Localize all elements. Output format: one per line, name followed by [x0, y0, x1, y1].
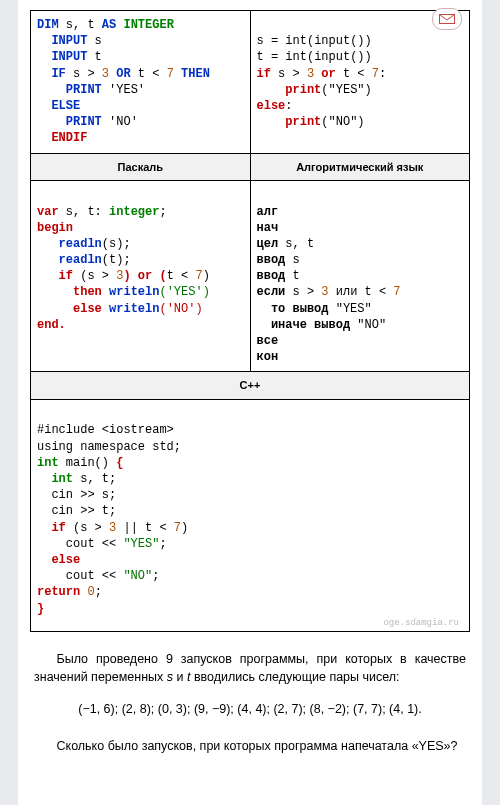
- code-table: DIM s, t AS INTEGER INPUT s INPUT t IF s…: [30, 10, 470, 632]
- code-cell-algo: алг нач цел s, t ввод s ввод t если s > …: [250, 181, 470, 372]
- input-pairs: (−1, 6); (2, 8); (0, 3); (9, −9); (4, 4)…: [34, 700, 466, 719]
- code-cell-pascal: var s, t: integer; begin readln(s); read…: [31, 181, 251, 372]
- problem-text-2: Сколько было запусков, при которых прогр…: [34, 737, 466, 755]
- code-cell-basic: DIM s, t AS INTEGER INPUT s INPUT t IF s…: [31, 11, 251, 154]
- header-algo: Алгоритмический язык: [250, 153, 470, 181]
- code-cell-cpp: #include <iostream> using namespace std;…: [31, 400, 470, 632]
- problem-text-1: Было проведено 9 запусков программы, при…: [34, 650, 466, 686]
- code-cell-python: s = int(input()) t = int(input()) if s >…: [250, 11, 470, 154]
- document-page: DIM s, t AS INTEGER INPUT s INPUT t IF s…: [18, 0, 482, 805]
- header-cpp: C++: [31, 372, 470, 400]
- watermark: oge.sdamgia.ru: [37, 617, 463, 631]
- mail-icon: [439, 14, 455, 24]
- header-pascal: Паскаль: [31, 153, 251, 181]
- report-error-button[interactable]: [432, 8, 462, 30]
